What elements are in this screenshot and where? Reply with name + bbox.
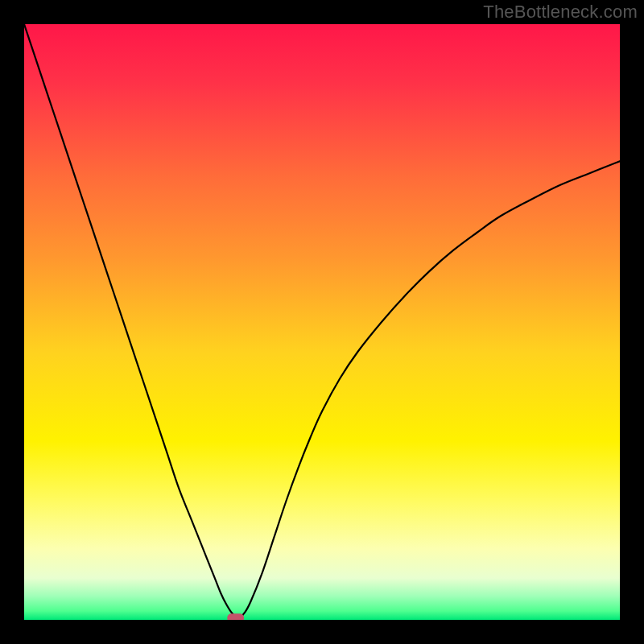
- watermark-text: TheBottleneck.com: [483, 2, 638, 23]
- optimum-marker: [227, 613, 244, 620]
- chart-area: [24, 24, 620, 620]
- gradient-background: [24, 24, 620, 620]
- bottleneck-chart: [24, 24, 620, 620]
